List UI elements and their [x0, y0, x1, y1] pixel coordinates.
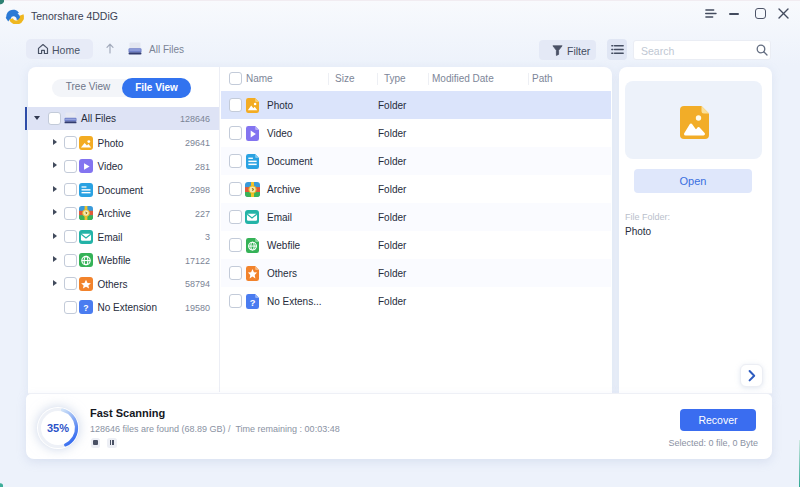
svg-text:?: ? [249, 297, 255, 307]
svg-text:?: ? [83, 303, 88, 313]
